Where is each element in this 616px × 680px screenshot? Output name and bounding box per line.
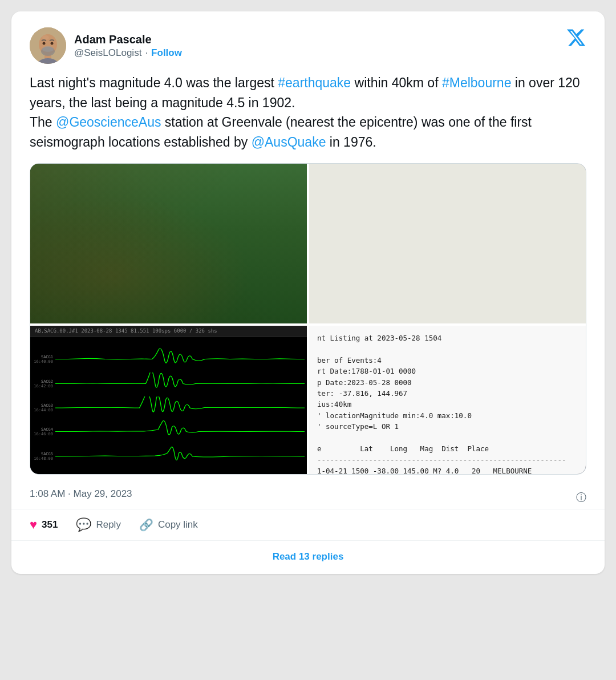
user-info-section: Adam Pascale @SeisLOLogist · Follow: [30, 27, 182, 64]
satellite-map: Craigieburn Epping Bundoora Doncaster Cr…: [30, 164, 307, 323]
seismograph-header: AB.SACG.00.J#1 2023-08-28 1345 81.551 10…: [30, 326, 307, 337]
data-listing: nt Listing at 2023-05-28 1504 ber of Eve…: [309, 326, 586, 474]
svg-point-36: [204, 257, 218, 272]
data-listing-text: nt Listing at 2023-05-28 1504 ber of Eve…: [317, 333, 578, 474]
svg-text:RCKM: RCKM: [323, 242, 338, 248]
like-button[interactable]: ♥ 351: [30, 517, 58, 532]
svg-point-38: [123, 272, 129, 278]
mention-geoscienceaus[interactable]: @GeoscienceAus: [56, 115, 161, 129]
svg-rect-10: [30, 169, 307, 318]
heart-icon: ♥: [30, 517, 37, 532]
seis-label-5: SACG516:48:00: [33, 452, 53, 461]
listing-separator: ----------------------------------------…: [317, 455, 566, 464]
listing-col-header: e Lat Long Mag Dist Place: [317, 444, 489, 453]
svg-point-34: [52, 255, 62, 265]
svg-line-58: [362, 201, 466, 228]
svg-point-30: [132, 192, 141, 200]
seis-row-4: SACG416:46:00: [33, 420, 305, 443]
tweet-timestamp: 1:08 AM · May 29, 2023: [30, 486, 132, 500]
media-grid: Craigieburn Epping Bundoora Doncaster Cr…: [30, 163, 586, 475]
seis-wave-2: [55, 373, 305, 395]
svg-text:Melbour: Melbour: [437, 242, 456, 248]
svg-point-39: [91, 268, 96, 273]
network-map: DAL TOO TDT JEER KORUM DTCM GEKS RCKM: [309, 164, 586, 323]
svg-point-48: [368, 164, 565, 323]
svg-rect-70: [482, 305, 508, 313]
copy-link-label: Copy link: [158, 519, 198, 531]
listing-line2: rt Date:1788-01-01 0000: [317, 367, 416, 375]
svg-point-33: [271, 258, 279, 266]
seis-label-1: SACG116:40:00: [33, 355, 53, 364]
seis-wave-3: [55, 396, 305, 419]
read-replies-button[interactable]: Read 13 replies: [273, 551, 344, 562]
listing-line3: p Date:2023-05-28 0000: [317, 378, 412, 387]
user-handle[interactable]: @SeisLOLogist: [74, 47, 141, 59]
listing-row1: 1-04-21 1500 -38.00 145.00 M? 4.0 20 MEL…: [317, 467, 532, 475]
svg-rect-66: [555, 248, 574, 256]
display-name[interactable]: Adam Pascale: [74, 33, 182, 46]
svg-point-47: [384, 164, 549, 310]
action-bar: ♥ 351 💬 Reply 🔗 Copy link: [30, 509, 586, 540]
svg-line-51: [466, 207, 570, 228]
seis-wave-4: [55, 420, 305, 443]
svg-point-6: [42, 46, 54, 52]
seis-label-2: SACG216:42:00: [33, 379, 53, 388]
svg-line-54: [466, 228, 495, 307]
twitter-logo: [566, 27, 586, 50]
listing-line6: ' locationMagnitude min:4.0 max:10.0: [317, 411, 472, 420]
svg-point-46: [402, 164, 530, 292]
mention-ausquake[interactable]: @AusQuake: [252, 135, 326, 149]
svg-point-43: [450, 212, 482, 244]
svg-point-25: [112, 203, 129, 220]
tweet-card: Adam Pascale @SeisLOLogist · Follow Last…: [11, 11, 605, 574]
svg-text:Epping: Epping: [89, 218, 106, 224]
reply-button[interactable]: 💬 Reply: [76, 517, 120, 532]
svg-point-19: [98, 284, 132, 318]
user-details: Adam Pascale @SeisLOLogist · Follow: [74, 33, 182, 59]
hashtag-melbourne[interactable]: #Melbourne: [442, 75, 511, 90]
seis-label-3: SACG316:44:00: [33, 403, 53, 412]
seis-wave-5: [55, 445, 305, 468]
seis-row-2: SACG216:42:00: [33, 373, 305, 395]
svg-text:TOO: TOO: [560, 203, 570, 209]
svg-point-45: [418, 180, 514, 276]
svg-rect-40: [309, 169, 586, 318]
svg-text:Doncaster: Doncaster: [184, 278, 211, 285]
svg-text:KORUM: KORUM: [486, 306, 504, 312]
follow-button[interactable]: Follow: [151, 47, 182, 59]
tweet-header: Adam Pascale @SeisLOLogist · Follow: [30, 27, 586, 64]
svg-line-59: [410, 180, 466, 228]
separator-dot: ·: [145, 47, 148, 59]
svg-rect-74: [324, 280, 345, 288]
handle-follow-row: @SeisLOLogist · Follow: [74, 47, 182, 59]
listing-line5: ius:40km: [317, 400, 351, 408]
avatar[interactable]: [30, 27, 66, 64]
svg-text:Craigieburn: Craigieburn: [73, 180, 103, 186]
listing-line4: ter: -37.816, 144.967: [317, 389, 407, 398]
svg-point-8: [51, 42, 54, 45]
svg-line-53: [466, 228, 570, 294]
seismograph-cell[interactable]: AB.SACG.00.J#1 2023-08-28 1345 81.551 10…: [30, 326, 307, 474]
satellite-map-cell[interactable]: Craigieburn Epping Bundoora Doncaster Cr…: [30, 164, 307, 323]
svg-line-55: [408, 228, 467, 307]
hashtag-earthquake[interactable]: #earthquake: [278, 75, 351, 90]
copy-link-button[interactable]: 🔗 Copy link: [139, 518, 198, 532]
read-replies-section: Read 13 replies: [30, 541, 586, 574]
seis-row-1: SACG116:40:00: [33, 348, 305, 371]
svg-point-49: [352, 164, 581, 323]
svg-text:Croydon: Croydon: [248, 287, 268, 293]
svg-point-21: [237, 264, 260, 287]
network-map-cell[interactable]: DAL TOO TDT JEER KORUM DTCM GEKS RCKM: [309, 164, 586, 323]
listing-header: nt Listing at 2023-05-28 1504: [317, 334, 441, 342]
svg-rect-78: [437, 253, 465, 262]
svg-point-32: [260, 224, 269, 232]
svg-point-44: [434, 196, 498, 260]
svg-line-56: [341, 228, 466, 284]
seis-row-3: SACG316:44:00: [33, 396, 305, 419]
data-listing-cell[interactable]: nt Listing at 2023-05-28 1504 ber of Eve…: [309, 326, 586, 474]
svg-rect-62: [453, 173, 474, 182]
svg-text:Bundoora: Bundoora: [115, 257, 141, 264]
text-segment-6: in 1976.: [326, 135, 376, 149]
tweet-body: Last night's magnitude 4.0 was the large…: [30, 73, 586, 152]
info-icon[interactable]: ⓘ: [576, 491, 586, 504]
